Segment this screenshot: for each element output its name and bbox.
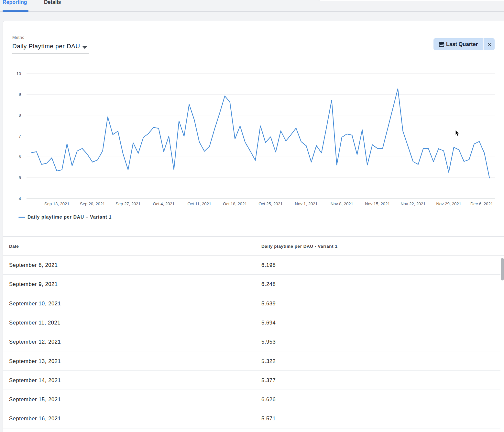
svg-text:Nov 15, 2021: Nov 15, 2021 <box>365 201 390 206</box>
svg-text:Oct 4, 2021: Oct 4, 2021 <box>153 201 174 206</box>
svg-text:Dec 6, 2021: Dec 6, 2021 <box>470 201 493 206</box>
svg-text:7: 7 <box>19 134 21 139</box>
svg-text:Sep 27, 2021: Sep 27, 2021 <box>115 201 140 206</box>
svg-text:4: 4 <box>19 196 21 201</box>
svg-text:Sep 20, 2021: Sep 20, 2021 <box>80 201 105 206</box>
svg-text:8: 8 <box>19 113 21 118</box>
svg-text:Oct 11, 2021: Oct 11, 2021 <box>187 201 211 206</box>
svg-text:5: 5 <box>19 175 21 180</box>
svg-text:Sep 13, 2021: Sep 13, 2021 <box>44 201 69 206</box>
svg-text:Nov 1, 2021: Nov 1, 2021 <box>295 201 318 206</box>
svg-text:Nov 8, 2021: Nov 8, 2021 <box>331 201 353 206</box>
svg-text:9: 9 <box>19 92 21 97</box>
svg-text:10: 10 <box>16 71 21 76</box>
svg-text:Nov 22, 2021: Nov 22, 2021 <box>400 201 425 206</box>
svg-text:Oct 25, 2021: Oct 25, 2021 <box>258 201 282 206</box>
svg-text:Nov 29, 2021: Nov 29, 2021 <box>436 201 461 206</box>
svg-text:6: 6 <box>19 154 21 159</box>
svg-text:Oct 18, 2021: Oct 18, 2021 <box>223 201 247 206</box>
